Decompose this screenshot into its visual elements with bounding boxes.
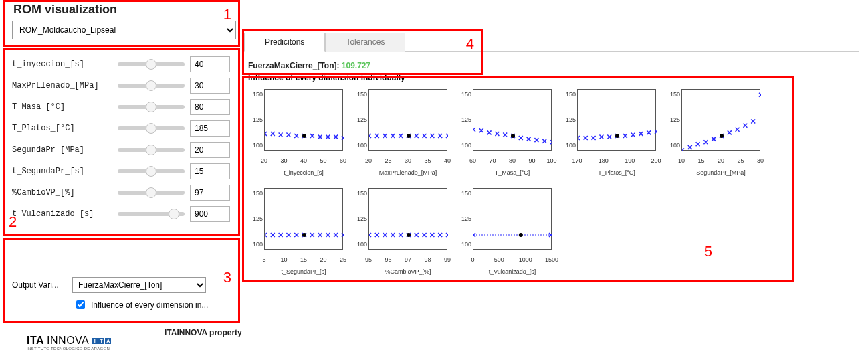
page-title: ROM visualization — [13, 3, 239, 17]
slider-track[interactable] — [118, 126, 185, 130]
plot-box — [368, 89, 447, 151]
output-variable-dropdown[interactable]: FuerzaMaxCierre_[Ton] — [72, 277, 206, 293]
output-variable-label: Output Vari... — [12, 280, 67, 290]
chart-xlabel: %CambioVP_[%] — [368, 268, 447, 275]
slider-row: t_SegundaPr_[s] — [12, 161, 239, 182]
svg-point-137 — [302, 233, 306, 237]
mini-chart: 150125100170180190200T_Platos_[°C] — [561, 85, 660, 179]
influence-checkbox-label: Influence of every dimension in... — [91, 300, 208, 310]
brand-logo: ITAINNOVA ITA INSTITUTO TECNOLÓGICO DE A… — [27, 335, 111, 347]
slider-row: T_Masa_[°C] — [12, 96, 239, 118]
slider-thumb[interactable] — [146, 145, 156, 155]
plot-box — [473, 89, 552, 151]
slider-track[interactable] — [118, 62, 185, 66]
slider-label: T_Platos_[°C] — [12, 124, 112, 133]
mini-chart: 1501251009596979899%CambioVP_[%] — [352, 184, 451, 278]
slider-track[interactable] — [118, 148, 185, 152]
slider-thumb[interactable] — [146, 102, 156, 112]
svg-point-68 — [511, 134, 515, 138]
slider-track[interactable] — [118, 169, 185, 173]
rom-dropdown[interactable]: ROM_Moldcaucho_Lipseal — [12, 21, 236, 39]
slider-thumb[interactable] — [146, 59, 156, 70]
tab-tolerances[interactable]: Tolerances — [325, 33, 405, 52]
mini-chart: 15012510060708090100T_Masa_[°C] — [457, 85, 556, 179]
plot-box — [681, 89, 760, 151]
panel-output-variable: Output Vari... FuerzaMaxCierre_[Ton] Inf… — [12, 277, 239, 311]
slider-value-input[interactable] — [190, 142, 230, 158]
slider-track[interactable] — [118, 84, 185, 88]
result-tabs: Predicitons Tolerances — [244, 32, 859, 52]
charts-grid: 1501251002030405060t_inyeccion_[s]150125… — [248, 85, 776, 278]
footer-property: ITAINNOVA property — [165, 328, 242, 337]
plot-box — [473, 188, 552, 250]
mini-chart: 1501251001015202530SegundaPr_[MPa] — [665, 85, 764, 179]
slider-value-input[interactable] — [190, 185, 230, 201]
svg-point-114 — [720, 134, 724, 138]
chart-xlabel: MaxPrLlenado_[MPa] — [368, 169, 447, 176]
slider-value-input[interactable] — [190, 163, 230, 179]
chart-xlabel: t_Vulcanizado_[s] — [473, 268, 552, 275]
chart-xlabel: t_inyeccion_[s] — [264, 169, 343, 176]
slider-row: t_Vulcanizado_[s] — [12, 203, 239, 225]
slider-thumb[interactable] — [146, 166, 156, 177]
panel-rom-select: ROM visualization ROM_Moldcaucho_Lipseal — [12, 0, 239, 39]
svg-point-91 — [615, 134, 619, 138]
slider-thumb[interactable] — [146, 187, 156, 198]
slider-thumb[interactable] — [146, 80, 156, 91]
slider-label: SegundaPr_[MPa] — [12, 145, 112, 155]
plot-box — [264, 89, 343, 151]
plot-box — [264, 188, 343, 250]
slider-row: T_Platos_[°C] — [12, 118, 239, 139]
slider-thumb[interactable] — [146, 123, 156, 134]
chart-xlabel: T_Masa_[°C] — [473, 169, 552, 176]
plot-box — [577, 89, 656, 151]
slider-track[interactable] — [118, 212, 185, 216]
svg-point-166 — [519, 233, 523, 237]
influence-checkbox[interactable] — [76, 300, 85, 309]
charts-title: Influence of every dimension individuall… — [248, 73, 859, 82]
slider-value-input[interactable] — [190, 56, 230, 72]
slider-label: MaxPrLlenado_[MPa] — [12, 81, 112, 90]
slider-label: %CambioVP_[%] — [12, 188, 112, 197]
prediction-output: FuerzaMaxCierre_[Ton]: 109.727 — [248, 61, 859, 70]
slider-row: SegundaPr_[MPa] — [12, 139, 239, 161]
svg-point-45 — [407, 134, 411, 138]
chart-xlabel: T_Platos_[°C] — [577, 169, 656, 176]
slider-label: T_Masa_[°C] — [12, 102, 112, 112]
slider-label: t_SegundaPr_[s] — [12, 167, 112, 176]
slider-value-input[interactable] — [190, 206, 230, 222]
mini-chart: 1501251002025303540MaxPrLlenado_[MPa] — [352, 85, 451, 179]
slider-value-input[interactable] — [190, 99, 230, 115]
panel-sliders: t_inyeccion_[s]MaxPrLlenado_[MPa]T_Masa_… — [12, 54, 239, 225]
logo-squares-icon: ITA — [92, 338, 111, 344]
svg-point-160 — [407, 233, 411, 237]
slider-label: t_inyeccion_[s] — [12, 60, 112, 69]
slider-row: %CambioVP_[%] — [12, 182, 239, 203]
slider-value-input[interactable] — [190, 78, 230, 94]
slider-thumb[interactable] — [169, 209, 179, 219]
slider-track[interactable] — [118, 105, 185, 109]
slider-label: t_Vulcanizado_[s] — [12, 209, 112, 219]
svg-point-22 — [302, 134, 306, 138]
slider-track[interactable] — [118, 191, 185, 195]
slider-row: MaxPrLlenado_[MPa] — [12, 75, 239, 96]
slider-row: t_inyeccion_[s] — [12, 54, 239, 75]
mini-chart: 150125100050010001500t_Vulcanizado_[s] — [457, 184, 556, 278]
chart-xlabel: SegundaPr_[MPa] — [681, 169, 760, 176]
mini-chart: 150125100510152025t_SegundaPr_[s] — [248, 184, 347, 278]
mini-chart: 1501251002030405060t_inyeccion_[s] — [248, 85, 347, 179]
panel-results: Predicitons Tolerances FuerzaMaxCierre_[… — [244, 32, 859, 278]
slider-value-input[interactable] — [190, 120, 230, 136]
chart-xlabel: t_SegundaPr_[s] — [264, 268, 343, 275]
tab-predictions[interactable]: Predicitons — [244, 33, 325, 52]
plot-box — [368, 188, 447, 250]
